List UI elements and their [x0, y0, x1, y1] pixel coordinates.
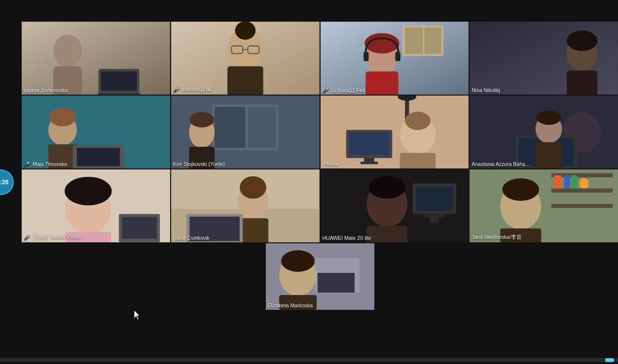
svg-rect-78 [415, 187, 453, 211]
tile-elizabeta[interactable]: Elizabeta Markoska [266, 243, 374, 310]
tile-nina[interactable]: Nina Nikolikj [470, 22, 618, 95]
svg-rect-57 [536, 142, 562, 168]
svg-rect-4 [101, 71, 137, 91]
svg-rect-76 [366, 226, 407, 242]
svg-rect-15 [405, 28, 423, 54]
svg-rect-16 [424, 28, 441, 54]
label-maja: 🎤 Maja Timovska [24, 161, 67, 167]
svg-point-8 [235, 22, 255, 40]
label-ucilnica: 🎤 Ucilnica11 Feit [323, 87, 365, 93]
label-huawei: HUAWEI Mate 20 lite [323, 235, 371, 241]
svg-rect-32 [77, 148, 120, 166]
svg-point-98 [281, 250, 315, 272]
svg-rect-9 [227, 66, 263, 95]
tile-ivana[interactable]: Ivana Cvetkovik [171, 169, 320, 242]
bottom-row: Elizabeta Markoska [22, 243, 618, 310]
svg-rect-25 [567, 70, 597, 95]
svg-point-38 [189, 112, 214, 128]
svg-point-91 [503, 178, 540, 201]
svg-rect-5 [97, 94, 140, 95]
timer-value: 70:26 [0, 179, 8, 186]
svg-point-56 [537, 110, 561, 125]
svg-rect-88 [572, 175, 577, 189]
label-elizabeta: Elizabeta Markoska [268, 302, 313, 308]
label-jana: Jana Nikolovska/李音 [472, 234, 521, 241]
label-kire: Kire Stojkovski (Yunle) [173, 161, 225, 167]
svg-point-61 [65, 177, 111, 205]
mic-off-icon-maja: 🎤 [24, 162, 30, 167]
video-conference-layout: 70:26 [0, 0, 618, 364]
grid-container: tatjana Jovanovska [22, 22, 618, 352]
row-3: 🎤 王春天 Vesna V'lche... [22, 169, 618, 242]
row-1: tatjana Jovanovska [22, 22, 618, 95]
tile-jana[interactable]: Jana Nikolovska/李音 [470, 169, 618, 242]
svg-point-75 [368, 176, 405, 199]
svg-point-24 [567, 31, 597, 51]
svg-rect-89 [580, 178, 589, 189]
tile-vesna[interactable]: 🎤 王春天 Vesna V'lche... [22, 169, 170, 242]
label-nina: Nina Nikolikj [472, 87, 500, 93]
label-tatjana: tatjana Jovanovska [24, 87, 68, 93]
tile-maja[interactable]: 🎤 Maja Timovska [22, 96, 170, 168]
label-ivana: Ivana Cvetkovik [173, 235, 210, 241]
svg-rect-21 [395, 52, 400, 62]
tile-ucilnica[interactable]: 🎤 Ucilnica11 Feit [321, 22, 469, 95]
svg-rect-35 [215, 107, 245, 148]
scrollbar-track[interactable] [0, 358, 618, 362]
label-anastasia: Anastasia Azzura Baha... [472, 161, 529, 167]
svg-rect-85 [551, 204, 613, 208]
svg-rect-0 [22, 22, 170, 95]
svg-point-1 [53, 34, 82, 67]
svg-rect-47 [349, 132, 389, 155]
tile-iphone[interactable]: iPhone [321, 96, 469, 168]
row-2: 🎤 Maja Timovska Kire S [22, 96, 618, 168]
svg-point-29 [49, 108, 76, 126]
tile-zhaopei[interactable]: 🎤 zhaopei赵佩 [171, 22, 320, 95]
scrollbar-thumb[interactable] [605, 358, 614, 362]
svg-rect-86 [554, 175, 562, 189]
svg-point-68 [240, 176, 266, 199]
svg-rect-40 [321, 96, 469, 168]
svg-rect-36 [248, 107, 276, 148]
meeting-timer: 70:26 [0, 169, 14, 195]
svg-point-44 [405, 112, 431, 130]
mic-off-icon-vesna: 🎤 [24, 235, 30, 240]
mic-off-icon-ucilnica: 🎤 [323, 88, 328, 93]
tile-huawei[interactable]: HUAWEI Mate 20 lite [321, 169, 469, 242]
svg-rect-80 [429, 217, 438, 223]
svg-rect-87 [564, 175, 570, 189]
svg-rect-45 [400, 153, 436, 168]
tile-anastasia[interactable]: Anastasia Azzura Baha... [470, 96, 618, 168]
svg-rect-49 [360, 162, 377, 164]
svg-rect-84 [551, 189, 613, 193]
tile-kire[interactable]: Kire Stojkovski (Yunle) [171, 96, 320, 168]
svg-rect-20 [364, 52, 368, 62]
tile-tatjana[interactable]: tatjana Jovanovska [22, 22, 170, 95]
label-iphone: iPhone [323, 161, 339, 167]
svg-rect-48 [364, 158, 374, 162]
svg-rect-96 [318, 273, 355, 293]
label-vesna: 🎤 王春天 Vesna V'lche... [24, 234, 84, 241]
mic-off-icon-zhaopei: 🎤 [173, 87, 179, 93]
svg-rect-64 [122, 217, 157, 239]
svg-rect-19 [365, 71, 398, 95]
label-zhaopei: 🎤 zhaopei赵佩 [173, 86, 211, 93]
